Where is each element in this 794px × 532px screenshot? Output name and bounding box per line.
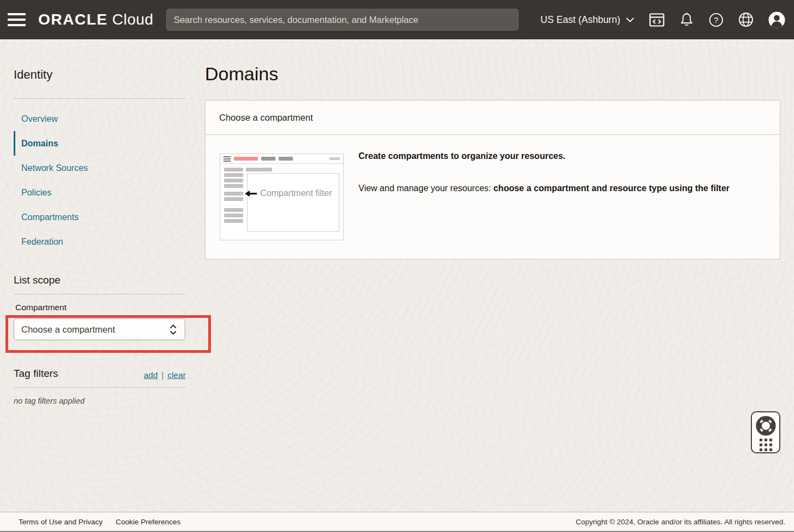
copyright-text: Copyright © 2024, Oracle and/or its affi… [576,518,785,526]
illustration-red-bar [234,157,258,161]
grid-dots-icon [760,439,772,451]
sidebar-item-compartments[interactable]: Compartments [14,205,186,229]
terms-of-use-link[interactable]: Terms of Use and Privacy [19,518,103,526]
tag-filter-actions: add|clear [14,370,186,380]
compartment-filter-callout: Compartment filter [245,188,332,198]
support-launcher-button[interactable] [751,411,780,453]
illustration-sidebar-bars [224,168,243,224]
region-label: US East (Ashburn) [540,14,620,26]
sidebar-item-policies[interactable]: Policies [14,180,186,205]
link-separator: | [162,371,164,380]
sidebar-section-title: Identity [14,68,52,82]
divider [14,387,186,388]
mini-hamburger-icon [224,156,231,162]
page-footer: Terms of Use and Privacy Cookie Preferen… [0,512,794,532]
cookie-preferences-link[interactable]: Cookie Preferences [116,518,181,526]
add-tag-filter-link[interactable]: add [144,370,158,380]
page-content: Identity Overview Domains Network Source… [0,39,794,512]
choose-compartment-card: Choose a compartment [205,100,780,259]
oracle-cloud-logo[interactable]: ORACLE Cloud [38,11,154,28]
svg-text:?: ? [714,15,719,24]
illustration-title-bar [246,168,272,172]
globe-icon[interactable] [738,12,754,27]
sidebar-item-overview[interactable]: Overview [14,107,186,131]
illustration-body: Compartment filter [220,164,343,240]
compartment-select-value: Choose a compartment [21,324,169,335]
card-body: Compartment filter Create compartments t… [205,135,780,240]
card-message-bold: Create compartments to organize your res… [358,151,730,161]
topbar-actions: US East (Ashburn) ? [540,11,794,28]
search-input[interactable] [166,9,519,31]
card-header: Choose a compartment [205,101,780,135]
illustration-gray-bar [279,157,293,161]
divider [14,294,186,294]
card-message-emphasis: choose a compartment and resource type u… [493,184,730,193]
sidebar-item-federation[interactable]: Federation [14,229,186,254]
chevron-down-icon [626,17,634,22]
life-preserver-icon [756,416,776,436]
logo-oracle-text: ORACLE [38,11,108,28]
clear-tag-filter-link[interactable]: clear [167,370,186,380]
logo-cloud-text: Cloud [112,11,154,28]
list-scope-title: List scope [14,274,61,286]
bell-icon[interactable] [679,12,694,27]
identity-nav: Overview Domains Network Sources Policie… [14,107,186,254]
page-title: Domains [205,63,278,85]
divider [14,98,186,99]
card-header-title: Choose a compartment [219,113,313,123]
card-message-prefix: View and manage your resources: [358,184,493,193]
illustration-panel [247,173,339,232]
dev-console-icon[interactable] [649,13,664,27]
arrow-left-icon [245,190,257,197]
region-selector[interactable]: US East (Ashburn) [540,14,634,26]
illustration-gray-bar [261,157,275,161]
compartment-select[interactable]: Choose a compartment [14,318,185,340]
compartment-filter-illustration: Compartment filter [220,153,344,240]
illustration-label: Compartment filter [260,188,332,198]
identity-sidebar: Identity Overview Domains Network Source… [0,39,197,512]
card-message: Create compartments to organize your res… [358,151,730,240]
sidebar-item-network-sources[interactable]: Network Sources [14,156,186,180]
compartment-label: Compartment [15,303,67,312]
sidebar-item-domains[interactable]: Domains [14,131,186,156]
select-chevrons-icon [169,324,178,335]
tag-filters-empty-message: no tag filters applied [14,397,85,405]
help-icon[interactable]: ? [709,13,724,27]
card-message-line: View and manage your resources: choose a… [358,184,730,193]
illustration-light-bar [330,157,340,160]
top-bar: ORACLE Cloud US East (Ashburn) [0,0,794,39]
hamburger-menu-icon[interactable] [5,11,28,28]
avatar-icon[interactable] [768,11,785,28]
illustration-header [220,154,343,164]
